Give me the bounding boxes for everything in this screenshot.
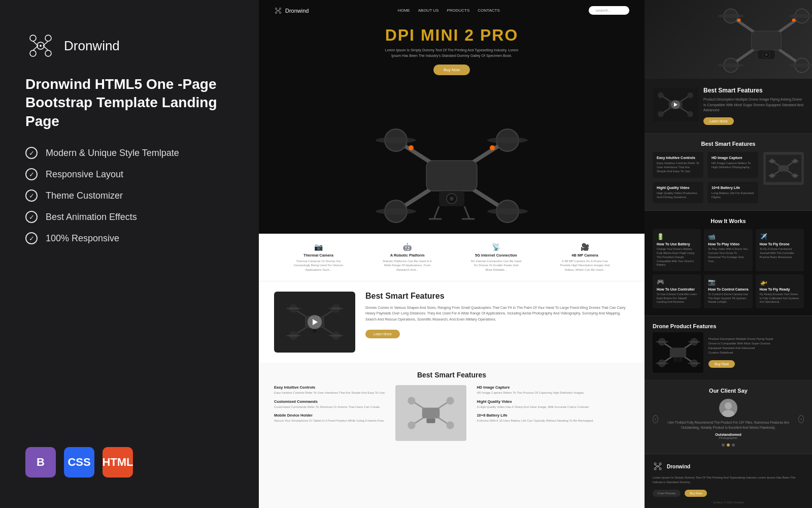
svg-point-18 xyxy=(278,10,279,11)
svg-rect-108 xyxy=(779,165,789,171)
learn-more-button[interactable]: Learn More xyxy=(365,330,400,338)
right-features-title: Best Smart Features xyxy=(653,141,804,147)
svg-point-10 xyxy=(275,8,277,9)
feature-thermal: 📷 Thermal Camera Thermal Cameras Or Dron… xyxy=(293,243,344,272)
svg-line-132 xyxy=(655,465,657,466)
svg-point-76 xyxy=(789,14,812,18)
svg-rect-65 xyxy=(422,408,440,419)
hero-buy-button[interactable]: Buy Now xyxy=(433,65,470,75)
prev-arrow[interactable]: ‹ xyxy=(653,415,658,423)
bottom-features: Best Smart Features Easy Intuitive Contr… xyxy=(259,363,645,508)
check-icon xyxy=(25,232,38,244)
svg-point-63 xyxy=(408,422,416,429)
svg-point-105 xyxy=(791,160,799,161)
right-feature-item: Easy Intuitive Controls Easy Intuitive C… xyxy=(653,152,703,178)
svg-point-13 xyxy=(279,12,281,13)
svg-line-14 xyxy=(276,9,278,10)
drone-svg xyxy=(365,110,538,234)
bootstrap-badge: B xyxy=(25,447,56,478)
drone-product-section: Drone Product Features xyxy=(645,316,812,380)
right-features-layout: Easy Intuitive Controls Easy Intuitive C… xyxy=(653,152,804,204)
nav-about: ABOUT US xyxy=(418,8,439,13)
next-arrow[interactable]: › xyxy=(798,415,804,423)
check-icon xyxy=(25,189,38,202)
list-item: 100% Responsive xyxy=(25,232,233,244)
how-item: 🔋 How To Use Battery Charge Your Drone's… xyxy=(653,229,701,271)
free-preview-button[interactable]: Free Preview xyxy=(653,490,681,497)
camera-ctrl-icon: 📷 xyxy=(708,278,748,285)
bottom-features-title: Best Smart Features xyxy=(274,371,629,379)
svg-point-80 xyxy=(737,18,740,21)
fly-icon: ✈️ xyxy=(760,233,800,240)
features-right-col: HD Image Capture HD Image Capture Refers… xyxy=(477,385,593,423)
svg-point-128 xyxy=(654,463,656,465)
right-learn-more-button[interactable]: Learn More xyxy=(703,117,734,125)
svg-point-78 xyxy=(789,64,812,68)
hero-subtitle: Lorem Ipsum Is Simply Dummy Text Of The … xyxy=(381,48,523,58)
logo-text: Dronwind xyxy=(64,38,120,54)
robotic-icon: 🤖 xyxy=(382,243,433,251)
svg-point-119 xyxy=(688,341,700,343)
list-item: Modern & Unique Style Temlpate xyxy=(25,147,233,159)
controller-icon: 🎮 xyxy=(657,278,697,285)
nav-links: HOME ABOUT US PRODUCTS CONTACTS xyxy=(398,8,500,13)
svg-point-107 xyxy=(791,175,799,176)
how-it-works: How It Works 🔋 How To Use Battery Charge… xyxy=(645,211,812,316)
feature-camera: 🎥 4B MP Camera A 4B MP Camera On A Drone… xyxy=(560,243,611,272)
right-play-icon xyxy=(674,103,678,107)
svg-point-32 xyxy=(409,145,414,150)
svg-line-134 xyxy=(655,466,657,468)
svg-point-11 xyxy=(279,8,281,9)
svg-line-16 xyxy=(276,11,278,12)
svg-point-130 xyxy=(654,468,656,470)
feature-robotic: 🤖 A Robotic Platform Robotic Platforms C… xyxy=(382,243,433,272)
how-it-works-title: How It Works xyxy=(653,218,804,224)
footer-logo: Dronwind xyxy=(653,461,804,471)
dot xyxy=(722,443,725,447)
right-smart-card: Best Smart Features Product Description … xyxy=(645,79,812,134)
drone-logo-icon xyxy=(25,30,56,61)
template-title: Dronwind HTML5 One -Page Bootstrap Templ… xyxy=(25,75,233,131)
list-item: Responsive Layout xyxy=(25,168,233,180)
features-list: Modern & Unique Style Temlpate Responsiv… xyxy=(25,147,233,244)
right-play-button[interactable] xyxy=(671,100,680,109)
html-badge: HTML xyxy=(103,447,133,478)
svg-point-64 xyxy=(447,422,454,429)
nav-contacts: CONTACTS xyxy=(478,8,499,13)
website-preview: Dronwind HOME ABOUT US PRODUCTS CONTACTS… xyxy=(259,0,645,508)
drone-product-inner: Product Description Multiple Drone Flyin… xyxy=(653,332,804,373)
how-item: 🚁 How To Fly Ready Fly Ready Ensures You… xyxy=(756,274,804,308)
right-card-content: Best Smart Features Product Description … xyxy=(703,87,804,125)
logo-area: Dronwind xyxy=(25,30,233,61)
svg-point-120 xyxy=(656,362,668,364)
check-icon xyxy=(25,211,38,223)
feature-entry: 10+8 Battery Life A Device With A 10 Hou… xyxy=(477,413,593,423)
footer-buttons: Free Preview Buy Now xyxy=(653,490,804,497)
buy-now-button[interactable]: Buy Now xyxy=(708,360,735,368)
svg-line-135 xyxy=(659,466,660,468)
svg-line-133 xyxy=(659,465,660,466)
check-icon xyxy=(25,147,38,159)
svg-point-118 xyxy=(656,341,668,343)
features-left-col: Easy Intuitive Controls Easy Intuitive C… xyxy=(274,385,385,423)
feature-entry: Mobile Device Holder Secure Your Smartph… xyxy=(274,413,385,423)
feature-entry: Customised Commands Customised Commands … xyxy=(274,399,385,409)
play-button[interactable] xyxy=(308,315,322,329)
svg-point-126 xyxy=(725,402,732,409)
left-panel: Dronwind Dronwind HTML5 One -Page Bootst… xyxy=(0,0,259,508)
nav-home: HOME xyxy=(398,8,410,13)
svg-line-39 xyxy=(464,206,469,219)
svg-point-106 xyxy=(768,175,776,176)
right-features-grid: Easy Intuitive Controls Easy Intuitive C… xyxy=(653,152,758,204)
svg-point-91 xyxy=(687,92,693,99)
svg-point-12 xyxy=(275,12,277,13)
svg-point-77 xyxy=(718,64,744,68)
buy-now-footer-button[interactable]: Buy Now xyxy=(685,490,707,497)
nav-logo: Dronwind xyxy=(274,7,309,15)
svg-point-1 xyxy=(45,35,51,41)
svg-point-92 xyxy=(658,111,664,117)
svg-point-93 xyxy=(687,111,693,117)
dot-active xyxy=(727,443,730,447)
svg-point-90 xyxy=(658,92,664,99)
internet-icon: 📡 xyxy=(471,243,522,251)
